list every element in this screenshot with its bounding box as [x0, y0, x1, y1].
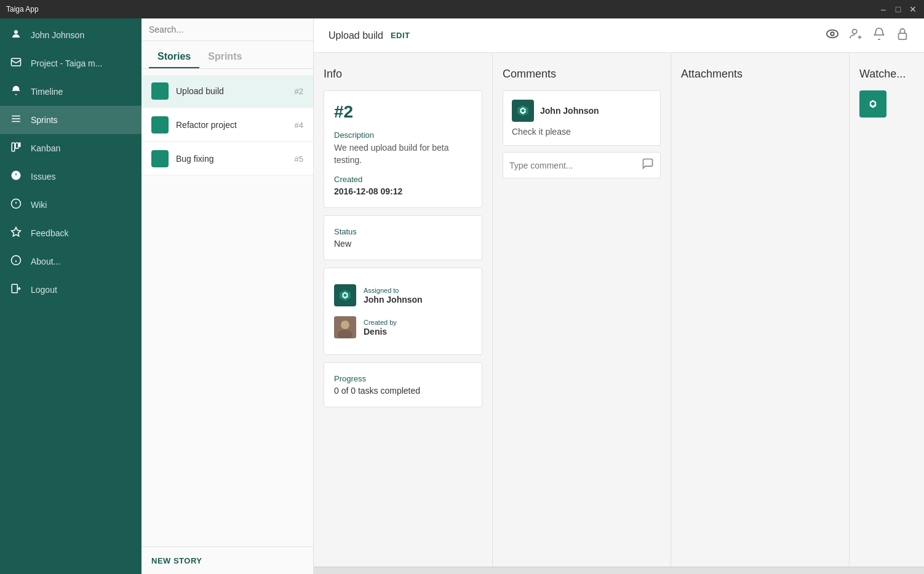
- created-by-label: Created by: [364, 319, 397, 326]
- story-item-refactor-project[interactable]: Refactor project #4: [141, 109, 313, 142]
- attachments-heading: Attachments: [681, 68, 839, 81]
- watchers-heading: Watche...: [859, 68, 914, 81]
- story-number: #2: [295, 87, 303, 96]
- svg-point-15: [853, 30, 857, 34]
- bell-icon: [10, 85, 22, 98]
- stories-footer: NEW STORY: [141, 546, 313, 574]
- story-item-bug-fixing[interactable]: Bug fixing #5: [141, 143, 313, 175]
- sidebar-item-logout[interactable]: Logout: [0, 276, 141, 304]
- content-body: Info #2 Description We need upload build…: [314, 53, 924, 567]
- sidebar-item-sprints[interactable]: Sprints: [0, 106, 141, 134]
- creator-avatar: [334, 316, 356, 338]
- titlebar: Taiga App – □ ✕: [0, 0, 924, 18]
- sidebar: John Johnson Project - Taiga m... Timeli…: [0, 18, 141, 574]
- sidebar-about-label: About...: [31, 257, 60, 266]
- user-icon: [10, 28, 22, 42]
- wiki-icon: [10, 198, 22, 212]
- logout-icon: [10, 283, 22, 297]
- svg-rect-7: [19, 143, 20, 146]
- creator-name: Denis: [364, 327, 397, 337]
- comments-heading: Comments: [503, 68, 661, 81]
- add-watcher-icon[interactable]: [849, 27, 862, 44]
- assigned-to-row: Assigned to John Johnson: [334, 279, 472, 311]
- close-button[interactable]: ✕: [908, 4, 918, 14]
- assigned-info: Assigned to John Johnson: [364, 287, 423, 305]
- creator-info: Created by Denis: [364, 319, 397, 337]
- sidebar-item-issues[interactable]: Issues: [0, 162, 141, 191]
- minimize-button[interactable]: –: [878, 4, 888, 14]
- sidebar-user-name: John Johnson: [31, 30, 84, 40]
- horizontal-scrollbar[interactable]: [314, 567, 924, 574]
- sidebar-project-label: Project - Taiga m...: [31, 58, 102, 68]
- edit-link[interactable]: EDIT: [391, 31, 410, 40]
- created-label: Created: [334, 175, 472, 184]
- comment-avatar: [512, 100, 534, 122]
- sidebar-item-user[interactable]: John Johnson: [0, 21, 141, 49]
- story-color-indicator: [151, 82, 169, 100]
- watcher-avatar: [859, 90, 886, 118]
- assignment-card: Assigned to John Johnson: [324, 268, 482, 355]
- sidebar-kanban-label: Kanban: [31, 143, 60, 153]
- info-heading: Info: [324, 68, 482, 81]
- created-by-row: Created by Denis: [334, 311, 472, 343]
- sidebar-item-project[interactable]: Project - Taiga m...: [0, 49, 141, 78]
- sidebar-feedback-label: Feedback: [31, 228, 68, 238]
- issues-icon: [10, 170, 22, 183]
- watchers-section: Watche...: [849, 53, 924, 567]
- svg-point-21: [341, 321, 349, 329]
- kanban-icon: [10, 142, 22, 155]
- svg-rect-16: [899, 33, 907, 39]
- comment-text: Check it please: [512, 127, 651, 137]
- story-number: #4: [295, 121, 303, 130]
- search-input[interactable]: [149, 25, 306, 34]
- story-color-indicator: [151, 116, 169, 134]
- status-card: Status New: [324, 215, 482, 260]
- main-content: Upload build EDIT Inf: [314, 18, 924, 574]
- maximize-button[interactable]: □: [893, 4, 903, 14]
- header-left: Upload build EDIT: [329, 30, 410, 41]
- svg-rect-4: [12, 121, 20, 122]
- story-item-upload-build[interactable]: Upload build #2: [141, 75, 313, 108]
- tab-stories[interactable]: Stories: [149, 46, 199, 68]
- info-section: Info #2 Description We need upload build…: [314, 53, 492, 567]
- progress-card: Progress 0 of 0 tasks completed: [324, 362, 482, 407]
- sidebar-item-feedback[interactable]: Feedback: [0, 219, 141, 247]
- watch-icon[interactable]: [826, 27, 839, 44]
- comment-card: John Johnson Check it please: [503, 90, 661, 146]
- story-id: #2: [334, 102, 472, 122]
- search-bar[interactable]: [141, 18, 313, 41]
- svg-point-13: [827, 30, 838, 38]
- about-icon: [10, 255, 22, 268]
- app-title: Taiga App: [6, 5, 39, 14]
- progress-value: 0 of 0 tasks completed: [334, 386, 472, 396]
- sidebar-item-timeline[interactable]: Timeline: [0, 78, 141, 106]
- comment-input-row[interactable]: [503, 152, 661, 178]
- new-story-button[interactable]: NEW STORY: [151, 556, 202, 565]
- stories-panel: Stories Sprints Upload build #2 Refactor…: [141, 18, 314, 574]
- sidebar-nav: John Johnson Project - Taiga m... Timeli…: [0, 18, 141, 574]
- svg-rect-2: [12, 116, 20, 117]
- comment-send-button[interactable]: [642, 157, 654, 173]
- content-title: Upload build: [329, 30, 383, 41]
- svg-marker-10: [12, 228, 21, 236]
- story-name: Refactor project: [176, 120, 295, 130]
- header-icons: [826, 27, 909, 44]
- assigned-label: Assigned to: [364, 287, 423, 294]
- tab-sprints[interactable]: Sprints: [199, 46, 250, 68]
- content-header: Upload build EDIT: [314, 18, 924, 53]
- comment-input[interactable]: [509, 161, 637, 170]
- sidebar-item-about[interactable]: About...: [0, 247, 141, 276]
- assigned-name: John Johnson: [364, 295, 423, 305]
- status-label: Status: [334, 227, 472, 236]
- description-text: We need upload build for beta testing.: [334, 142, 472, 166]
- story-info-card: #2 Description We need upload build for …: [324, 90, 482, 208]
- sidebar-item-kanban[interactable]: Kanban: [0, 134, 141, 162]
- sidebar-item-wiki[interactable]: Wiki: [0, 191, 141, 219]
- sidebar-issues-label: Issues: [31, 172, 55, 181]
- svg-point-0: [14, 30, 18, 34]
- lock-icon[interactable]: [896, 27, 909, 44]
- progress-label: Progress: [334, 374, 472, 383]
- svg-rect-5: [12, 143, 15, 151]
- notification-icon[interactable]: [872, 27, 886, 44]
- sidebar-timeline-label: Timeline: [31, 87, 63, 97]
